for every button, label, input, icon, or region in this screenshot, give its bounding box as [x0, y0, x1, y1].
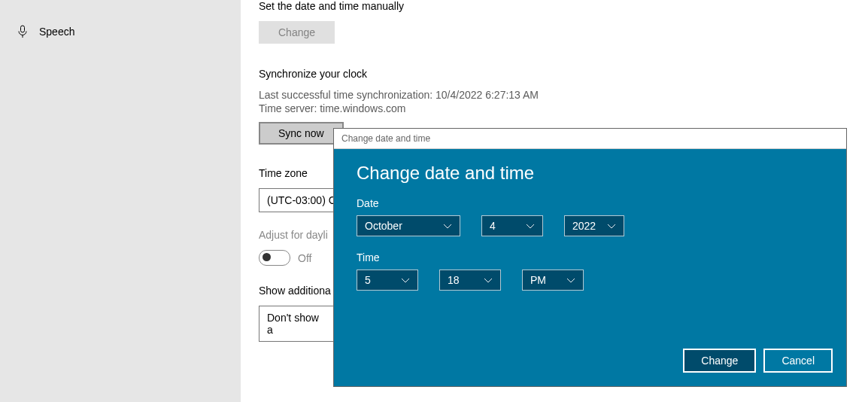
chevron-down-icon: [526, 220, 535, 232]
date-field-label: Date: [357, 197, 824, 209]
toggle-track: [259, 250, 290, 266]
svg-rect-0: [21, 26, 25, 32]
ampm-dropdown[interactable]: PM: [522, 270, 584, 291]
dst-toggle: Off: [259, 250, 311, 266]
day-dropdown[interactable]: 4: [481, 215, 543, 236]
sidebar-item-speech[interactable]: Speech: [0, 19, 241, 44]
microphone-icon: [15, 25, 30, 38]
day-value: 4: [490, 220, 496, 232]
additional-clocks-select[interactable]: Don't show a: [259, 306, 335, 342]
dialog-change-button[interactable]: Change: [683, 349, 756, 373]
time-server-text: Time server: time.windows.com: [259, 102, 850, 114]
dialog-cancel-button[interactable]: Cancel: [763, 349, 833, 373]
year-dropdown[interactable]: 2022: [564, 215, 624, 236]
sync-heading: Synchronize your clock: [259, 68, 850, 80]
dialog-heading: Change date and time: [357, 163, 824, 184]
chevron-down-icon: [443, 220, 452, 232]
dst-toggle-state: Off: [298, 252, 311, 264]
chevron-down-icon: [484, 274, 493, 286]
last-sync-text: Last successful time synchronization: 10…: [259, 89, 850, 101]
manual-time-heading: Set the date and time manually: [259, 0, 850, 12]
chevron-down-icon: [401, 274, 410, 286]
change-datetime-button: Change: [259, 21, 335, 44]
hour-dropdown[interactable]: 5: [357, 270, 418, 291]
chevron-down-icon: [607, 220, 616, 232]
month-value: October: [365, 220, 402, 232]
ampm-value: PM: [530, 274, 546, 286]
year-value: 2022: [572, 220, 596, 232]
dialog-titlebar: Change date and time: [334, 129, 846, 149]
time-field-label: Time: [357, 251, 824, 263]
hour-value: 5: [365, 274, 371, 286]
minute-dropdown[interactable]: 18: [439, 270, 501, 291]
change-date-time-dialog: Change date and time Change date and tim…: [333, 128, 847, 387]
minute-value: 18: [448, 274, 460, 286]
month-dropdown[interactable]: October: [357, 215, 460, 236]
sync-now-button[interactable]: Sync now: [259, 122, 344, 145]
chevron-down-icon: [566, 274, 575, 286]
sidebar-item-label: Speech: [39, 26, 74, 38]
toggle-knob: [263, 253, 271, 261]
settings-sidebar: Speech: [0, 0, 241, 402]
